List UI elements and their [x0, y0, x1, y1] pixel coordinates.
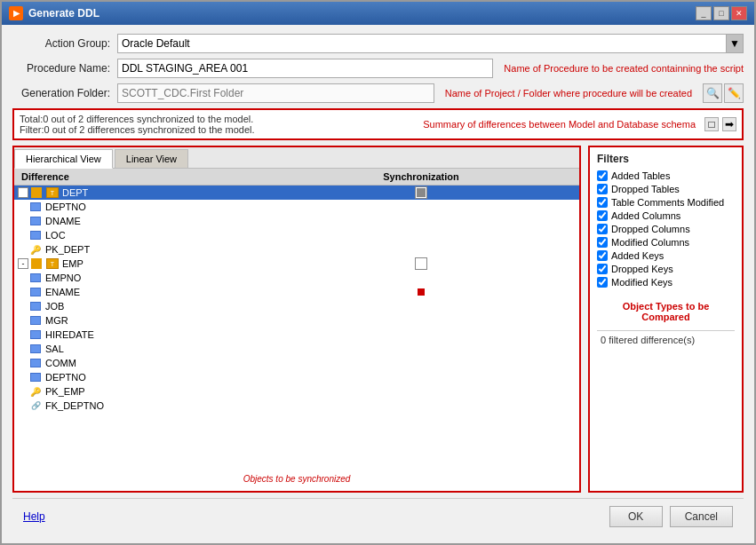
- node-label-dept: DEPT: [62, 187, 88, 198]
- col-icon-sal: [28, 343, 43, 355]
- tree-row-pk-dept[interactable]: 🔑 PK_DEPT: [14, 242, 579, 257]
- filter-dropped-columns-label: Dropped Columns: [611, 224, 690, 234]
- help-button[interactable]: Help: [23, 510, 45, 523]
- tree-row-dept[interactable]: - T DEPT: [14, 186, 579, 200]
- procedure-name-hint: Name of Procedure to be created containn…: [504, 63, 744, 74]
- tree-row-comm[interactable]: COMM: [14, 356, 579, 370]
- tree-area[interactable]: - T DEPT: [14, 186, 579, 467]
- filter-dropped-keys: Dropped Keys: [597, 264, 735, 274]
- window-title: Generate DDL: [28, 7, 99, 20]
- minimize-button[interactable]: _: [696, 6, 712, 20]
- action-group-row: Action Group: Oracle Default ▼: [12, 34, 744, 53]
- objects-sync-label: Objects to be synchronized: [14, 467, 579, 491]
- left-panel: Hierarchical View Linear View Difference…: [12, 146, 581, 493]
- cancel-button[interactable]: Cancel: [670, 506, 733, 527]
- filter-dropped-tables-label: Dropped Tables: [611, 184, 680, 194]
- tree-row-dname[interactable]: DNAME: [14, 214, 579, 228]
- action-group-label: Action Group:: [12, 37, 110, 50]
- tab-hierarchical[interactable]: Hierarchical View: [14, 149, 113, 169]
- app-icon: ▶: [9, 6, 23, 20]
- tree-row-emp[interactable]: - T EMP: [14, 257, 579, 271]
- tree-row-deptno-emp[interactable]: DEPTNO: [14, 370, 579, 384]
- summary-hint: Summary of differences between Model and…: [423, 119, 696, 130]
- filter-modified-columns-checkbox[interactable]: [597, 237, 608, 248]
- generation-folder-label: Generation Folder:: [12, 87, 110, 99]
- tree-row-empno[interactable]: EMPNO: [14, 271, 579, 285]
- folder-icon-buttons: 🔍 ✏️: [703, 83, 744, 103]
- tree-header: Difference Synchronization: [14, 169, 579, 186]
- summary-icon2[interactable]: ➡: [722, 117, 736, 131]
- tree-header-synchronization: Synchronization: [263, 171, 579, 182]
- generation-folder-input[interactable]: [117, 83, 434, 103]
- col-icon-loc: [28, 229, 43, 241]
- tree-row-pk-emp[interactable]: 🔑 PK_EMP: [14, 384, 579, 399]
- node-label-emp: EMP: [62, 258, 84, 269]
- tree-row-fk-deptno[interactable]: 🔗 FK_DEPTNO: [14, 399, 579, 413]
- close-button[interactable]: ✕: [731, 6, 747, 20]
- node-label-mgr: MGR: [45, 315, 68, 326]
- tree-row-hiredate[interactable]: HIREDATE: [14, 328, 579, 342]
- sync-checkbox-emp[interactable]: [415, 257, 427, 270]
- col-icon-mgr: [28, 314, 43, 327]
- node-label-deptno-emp: DEPTNO: [45, 372, 86, 383]
- search-folder-button[interactable]: 🔍: [703, 83, 722, 103]
- node-label-job: JOB: [45, 301, 64, 312]
- toggle-emp[interactable]: -: [18, 258, 28, 269]
- clear-folder-button[interactable]: ✏️: [724, 83, 744, 103]
- filter-added-columns-checkbox[interactable]: [597, 210, 608, 221]
- main-area: Hierarchical View Linear View Difference…: [12, 146, 744, 493]
- procedure-name-label: Procedure Name:: [12, 62, 110, 75]
- filter-added-tables: Added Tables: [597, 170, 735, 181]
- col-icon-deptno: [28, 201, 43, 213]
- filter-dropped-keys-label: Dropped Keys: [611, 264, 673, 274]
- node-label-sal: SAL: [45, 344, 64, 354]
- object-types-hint: Object Types to be Compared: [597, 296, 735, 327]
- col-icon-deptno-emp: [28, 371, 43, 383]
- filter-added-tables-checkbox[interactable]: [597, 170, 608, 181]
- key-icon-pk-dept: 🔑: [28, 243, 43, 256]
- node-label-comm: COMM: [45, 358, 76, 368]
- toggle-dept[interactable]: -: [18, 187, 28, 198]
- node-label-deptno: DEPTNO: [45, 201, 86, 212]
- maximize-button[interactable]: □: [713, 6, 729, 20]
- tree-row-ename[interactable]: ENAME: [14, 285, 579, 299]
- filter-modified-keys-checkbox[interactable]: [597, 277, 608, 288]
- filter-dropped-columns-checkbox[interactable]: [597, 224, 608, 234]
- tree-row-job[interactable]: JOB: [14, 299, 579, 313]
- summary-icon1[interactable]: □: [704, 117, 719, 131]
- node-label-dname: DNAME: [45, 216, 81, 226]
- filter-added-columns-label: Added Columns: [611, 210, 680, 221]
- node-label-hiredate: HIREDATE: [45, 329, 94, 340]
- filter-dropped-tables-checkbox[interactable]: [597, 184, 608, 194]
- tree-row-mgr[interactable]: MGR: [14, 313, 579, 328]
- tree-header-difference: Difference: [14, 171, 263, 182]
- action-group-select[interactable]: Oracle Default: [117, 34, 744, 53]
- tree-row-deptno[interactable]: DEPTNO: [14, 200, 579, 214]
- col-icon-ename: [28, 286, 43, 298]
- table-icon-dept: T: [45, 186, 60, 199]
- fk-icon-fk-deptno: 🔗: [28, 399, 43, 412]
- filter-count: 0 filtered difference(s): [597, 330, 735, 349]
- action-group-dropdown-wrapper: Oracle Default ▼: [117, 34, 744, 53]
- sync-checkbox-dept[interactable]: [415, 186, 427, 199]
- filter-added-keys-label: Added Keys: [611, 250, 664, 261]
- filter-modified-columns: Modified Columns: [597, 237, 735, 248]
- summary-line2: Filter:0 out of 2 differences synchroniz…: [20, 124, 414, 135]
- ok-button[interactable]: OK: [609, 506, 663, 527]
- procedure-name-input[interactable]: [117, 59, 493, 78]
- summary-line1: Total:0 out of 2 differences synchronize…: [20, 114, 414, 124]
- main-window: ▶ Generate DDL _ □ ✕ Action Group: Oracl…: [0, 0, 756, 545]
- filter-dropped-keys-checkbox[interactable]: [597, 264, 608, 274]
- tab-linear[interactable]: Linear View: [115, 149, 188, 168]
- filters-box: Filters Added Tables Dropped Tables Tabl…: [588, 146, 744, 493]
- filter-modified-keys: Modified Keys: [597, 277, 735, 288]
- filter-added-tables-label: Added Tables: [611, 170, 670, 181]
- node-label-ename: ENAME: [45, 287, 80, 297]
- table-icon-emp: T: [45, 257, 60, 270]
- filter-added-keys-checkbox[interactable]: [597, 250, 608, 261]
- procedure-name-row: Procedure Name: Name of Procedure to be …: [12, 59, 744, 78]
- filter-table-comments-checkbox[interactable]: [597, 197, 608, 208]
- tree-row-sal[interactable]: SAL: [14, 342, 579, 356]
- tree-row-loc[interactable]: LOC: [14, 228, 579, 242]
- filter-modified-keys-label: Modified Keys: [611, 277, 672, 288]
